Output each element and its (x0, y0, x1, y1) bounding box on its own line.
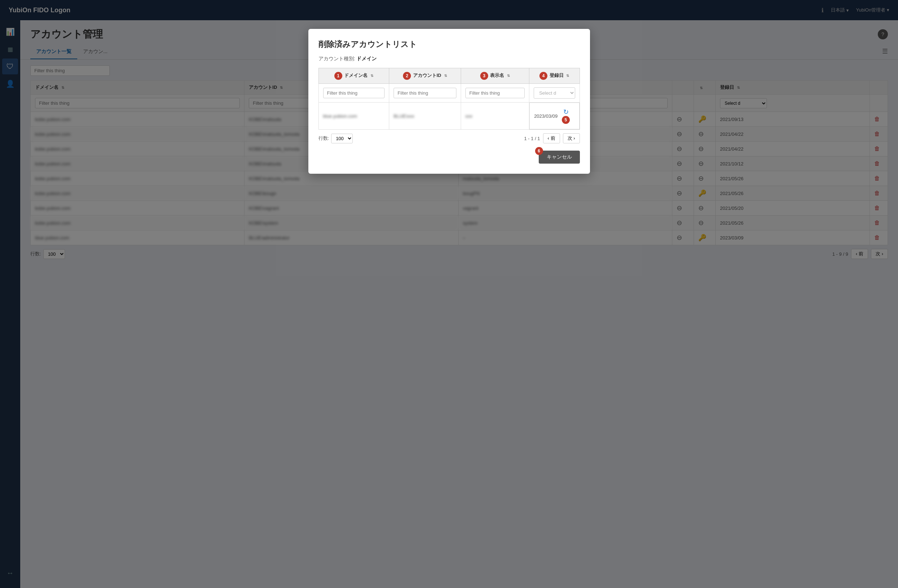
modal-col4-header: 4 登録日 ⇅ (529, 68, 580, 84)
step-badge-5: 5 (562, 116, 570, 124)
modal-date-filter[interactable]: Select d (534, 88, 575, 99)
modal-filter-cell-3 (461, 84, 529, 103)
modal-rows-label: 行数: (318, 135, 329, 142)
modal-subtitle-value: ドメイン (357, 55, 377, 62)
modal-filter-row: Select d (318, 84, 580, 103)
modal-col3-header: 3 表示名 ⇅ (461, 68, 529, 84)
modal-col2-header: 2 アカウントID ⇅ (389, 68, 461, 84)
modal-rows-per-page[interactable]: 100 50 25 (331, 134, 353, 143)
sort-icon: ⇅ (507, 74, 510, 78)
modal-header-row: 1 ドメイン名 ⇅ 2 アカウントID ⇅ 3 表示名 ⇅ (318, 68, 580, 84)
modal-pagination: 行数: 100 50 25 1 - 1 / 1 ‹ 前 次 › (318, 130, 580, 143)
modal-table: 1 ドメイン名 ⇅ 2 アカウントID ⇅ 3 表示名 ⇅ (318, 68, 580, 130)
modal-cell-domain: blue.yubion.com (318, 103, 389, 130)
modal-filter-cell-4: Select d (529, 84, 580, 103)
modal-pagination-controls: 1 - 1 / 1 ‹ 前 次 › (524, 133, 580, 143)
cancel-button[interactable]: キャンセル (539, 151, 580, 164)
sort-icon: ⇅ (371, 74, 374, 78)
modal-filter-cell-2 (389, 84, 461, 103)
refresh-button[interactable]: ↻ 5 (558, 106, 575, 125)
modal-cell-display: xxx (461, 103, 529, 130)
modal-col1-header: 1 ドメイン名 ⇅ (318, 68, 389, 84)
sort-icon: ⇅ (444, 74, 447, 78)
modal-table-body: blue.yubion.com BLUE\xxx xxx 2023/03/09 … (318, 103, 580, 130)
modal-rows-select: 行数: 100 50 25 (318, 134, 353, 143)
modal-pagination-info: 1 - 1 / 1 (524, 136, 540, 141)
modal-title: 削除済みアカウントリスト (318, 39, 580, 50)
modal-subtitle: アカウント種別: ドメイン (318, 55, 580, 62)
sort-icon: ⇅ (566, 74, 569, 78)
refresh-icon: ↻ (563, 108, 569, 115)
step-badge-4: 4 (540, 72, 547, 80)
modal-domain-filter[interactable] (323, 88, 385, 98)
modal-table-row: blue.yubion.com BLUE\xxx xxx 2023/03/09 … (318, 103, 580, 130)
step-badge-6: 6 (535, 147, 543, 155)
modal-cell-date: 2023/03/09 ↻ 5 (529, 103, 579, 129)
modal-cell-account: BLUE\xxx (389, 103, 461, 130)
modal-prev-button[interactable]: ‹ 前 (543, 133, 560, 143)
modal-filter-cell-1 (318, 84, 389, 103)
modal-overlay: 削除済みアカウントリスト アカウント種別: ドメイン 1 ドメイン名 ⇅ 2 ア… (0, 0, 898, 588)
modal-next-button[interactable]: 次 › (563, 133, 580, 143)
step-badge-3: 3 (480, 72, 488, 80)
step-badge-1: 1 (334, 72, 342, 80)
step-badge-2: 2 (403, 72, 411, 80)
modal-display-filter[interactable] (466, 88, 524, 98)
modal-footer: 6 キャンセル (318, 151, 580, 164)
modal-dialog: 削除済みアカウントリスト アカウント種別: ドメイン 1 ドメイン名 ⇅ 2 ア… (308, 29, 590, 174)
modal-account-filter[interactable] (394, 88, 457, 98)
